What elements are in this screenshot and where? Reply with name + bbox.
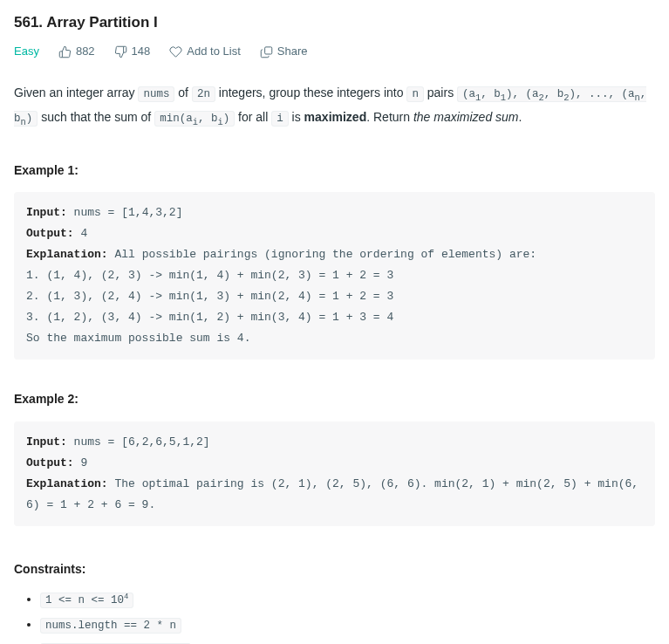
list-item: -104 <= nums[i] <= 104	[40, 640, 655, 644]
constraints-list: 1 <= n <= 104nums.length == 2 * n-104 <=…	[14, 589, 655, 644]
share-button[interactable]: Share	[260, 43, 308, 61]
like-button[interactable]: 882	[58, 43, 95, 61]
example-1-block: Input: nums = [1,4,3,2] Output: 4 Explan…	[14, 192, 655, 360]
problem-title: 561. Array Partition I	[14, 10, 655, 34]
svg-rect-0	[264, 47, 271, 54]
example-2-block: Input: nums = [6,2,6,5,1,2] Output: 9 Ex…	[14, 421, 655, 526]
share-label: Share	[277, 43, 308, 61]
difficulty-badge: Easy	[14, 43, 39, 61]
example-2-heading: Example 2:	[14, 389, 655, 408]
list-item: 1 <= n <= 104	[40, 589, 655, 609]
dislike-count: 148	[132, 43, 151, 61]
share-icon	[260, 45, 273, 58]
add-to-list-label: Add to List	[187, 43, 240, 61]
meta-row: Easy 882 148 Add to List Share	[14, 43, 655, 61]
dislike-button[interactable]: 148	[114, 43, 151, 61]
example-1-heading: Example 1:	[14, 161, 655, 180]
add-to-list-button[interactable]: Add to List	[169, 43, 240, 61]
constraints-heading: Constraints:	[14, 559, 655, 579]
problem-description: Given an integer array nums of 2n intege…	[14, 82, 655, 131]
heart-icon	[169, 45, 182, 58]
thumbs-down-icon	[114, 45, 127, 58]
list-item: nums.length == 2 * n	[40, 614, 655, 634]
thumbs-up-icon	[58, 45, 72, 58]
description-paragraph: Given an integer array nums of 2n intege…	[14, 82, 655, 131]
like-count: 882	[76, 43, 95, 61]
